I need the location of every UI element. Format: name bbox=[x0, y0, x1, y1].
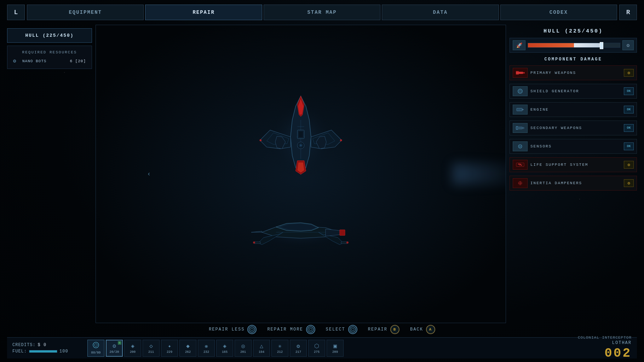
slot-8-icon: ◎ bbox=[241, 343, 245, 350]
left-panel: HULL (225/450) REQUIRED RESOURCES ⚙ NANO… bbox=[7, 25, 92, 323]
repair-label: REPAIR bbox=[368, 327, 387, 332]
ship-name: LOTHAR bbox=[612, 340, 632, 345]
tab-equipment[interactable]: EQUIPMENT bbox=[27, 5, 144, 20]
component-inertia-dampeners[interactable]: INERTIA DAMPENERS ⚙ bbox=[510, 176, 637, 191]
ship-class: COLONIAL INTERCEPTOR bbox=[578, 335, 632, 340]
svg-point-17 bbox=[346, 241, 349, 244]
hull-gear-button[interactable]: ⚙ bbox=[622, 40, 634, 50]
nav-btn-right[interactable]: R bbox=[619, 5, 637, 20]
slot-2-count: 200 bbox=[130, 350, 136, 354]
slot-1-count: 20/20 bbox=[109, 350, 119, 354]
slot-6-icon: ❋ bbox=[205, 343, 208, 350]
svg-point-15 bbox=[253, 241, 255, 244]
component-damage-title: COMPONENT DAMAGE bbox=[510, 57, 637, 62]
svg-rect-6 bbox=[298, 131, 303, 138]
control-repair-less: REPAIR LESS bbox=[209, 325, 257, 334]
back-btn[interactable]: A bbox=[426, 325, 435, 334]
inventory-slot-0[interactable]: 80/80 bbox=[87, 340, 104, 357]
inventory-slot-6[interactable]: ❋ 232 bbox=[198, 340, 215, 357]
hull-progress-orange bbox=[528, 43, 574, 47]
slot-0-icon bbox=[92, 341, 99, 350]
component-engine[interactable]: ENGINE OK bbox=[510, 102, 637, 117]
credits-line: CREDITS: $ 0 bbox=[12, 343, 83, 348]
inventory-slot-12[interactable]: ⬡ 275 bbox=[308, 340, 325, 357]
component-shield-generator[interactable]: SHIELD GENERATOR OK bbox=[510, 84, 637, 99]
svg-rect-19 bbox=[516, 72, 523, 74]
repair-more-btn[interactable] bbox=[306, 325, 315, 334]
slot-5-count: 262 bbox=[185, 350, 191, 354]
svg-point-40 bbox=[308, 327, 314, 332]
component-life-support[interactable]: LIFE SUPPORT SYSTEM ⚙ bbox=[510, 157, 637, 172]
slot-3-count: 211 bbox=[148, 350, 154, 354]
inventory-slot-5[interactable]: ◆ 262 bbox=[179, 340, 196, 357]
ship-svg-container bbox=[241, 93, 361, 255]
sensors-label: SENSORS bbox=[530, 144, 621, 148]
sidebar-arrow[interactable]: ‹ bbox=[145, 169, 153, 179]
inventory-slot-11[interactable]: ❂ 217 bbox=[290, 340, 307, 357]
inventory-slot-9[interactable]: △ 194 bbox=[253, 340, 270, 357]
svg-point-42 bbox=[350, 327, 356, 332]
svg-point-43 bbox=[351, 328, 354, 331]
nano-bots-item: ⚙ NANO BOTS 6 [20] bbox=[13, 58, 86, 64]
svg-point-45 bbox=[94, 344, 97, 346]
tab-codex[interactable]: CODEX bbox=[500, 5, 617, 20]
inventory-slots: 80/80 6 ⚙ 20/20 ◈ 200 ◇ 211 ✦ 229 ◆ bbox=[87, 340, 574, 357]
credits-value: $ 0 bbox=[38, 343, 47, 348]
svg-point-9 bbox=[300, 144, 302, 146]
inventory-slot-2[interactable]: ◈ 200 bbox=[124, 340, 141, 357]
engine-label: ENGINE bbox=[530, 107, 621, 112]
inventory-slot-10[interactable]: ✳ 212 bbox=[271, 340, 288, 357]
repair-btn[interactable]: B bbox=[390, 325, 399, 334]
select-btn[interactable] bbox=[348, 325, 357, 334]
repair-less-btn[interactable] bbox=[247, 325, 257, 334]
fuel-line: FUEL: 100 bbox=[12, 349, 83, 354]
svg-point-10 bbox=[259, 139, 261, 141]
top-navigation: L EQUIPMENT REPAIR STAR MAP DATA CODEX R bbox=[7, 4, 637, 21]
slot-9-count: 194 bbox=[259, 350, 264, 354]
svg-rect-30 bbox=[516, 126, 518, 127]
component-primary-weapons[interactable]: PRIMARY WEAPONS ⚙ bbox=[510, 65, 637, 80]
fuel-value: 100 bbox=[59, 349, 68, 354]
ship-side-view bbox=[241, 213, 361, 255]
tab-repair[interactable]: REPAIR bbox=[145, 5, 262, 20]
tab-star-map[interactable]: STAR MAP bbox=[264, 5, 380, 20]
control-repair: REPAIR B bbox=[368, 325, 399, 334]
slot-10-count: 212 bbox=[277, 350, 283, 354]
inventory-slot-3[interactable]: ◇ 211 bbox=[143, 340, 160, 357]
engine-status: OK bbox=[624, 106, 634, 113]
tab-data[interactable]: DATA bbox=[382, 5, 499, 20]
secondary-weapons-label: SECONDARY WEAPONS bbox=[530, 126, 621, 130]
sensors-status: OK bbox=[624, 142, 634, 150]
inventory-slot-8[interactable]: ◎ 201 bbox=[235, 340, 252, 357]
slot-9-icon: △ bbox=[260, 343, 263, 350]
nano-bots-icon: ⚙ bbox=[13, 58, 19, 64]
nano-bots-label: NANO BOTS bbox=[22, 59, 46, 63]
component-secondary-weapons[interactable]: SECONDARY WEAPONS OK bbox=[510, 121, 637, 135]
inventory-slot-1[interactable]: 6 ⚙ 20/20 bbox=[106, 340, 123, 357]
hull-progress-track bbox=[528, 43, 620, 48]
hull-header: HULL (225/450) bbox=[510, 28, 637, 34]
slot-4-icon: ✦ bbox=[168, 343, 171, 350]
ship-view: ‹ bbox=[96, 25, 506, 323]
credits-fuel-panel: CREDITS: $ 0 FUEL: 100 bbox=[12, 343, 83, 354]
svg-point-38 bbox=[249, 327, 255, 332]
nav-btn-left[interactable]: L bbox=[7, 5, 25, 20]
engine-glow bbox=[453, 163, 506, 185]
svg-point-24 bbox=[519, 90, 521, 92]
inventory-slot-7[interactable]: ◈ 165 bbox=[216, 340, 233, 357]
component-sensors[interactable]: SENSORS OK bbox=[510, 139, 637, 154]
svg-rect-31 bbox=[516, 129, 518, 130]
hull-icon: 🚀 bbox=[513, 40, 525, 50]
fuel-fill bbox=[29, 350, 57, 352]
secondary-weapons-status: OK bbox=[624, 124, 634, 132]
bottom-controls: REPAIR LESS REPAIR MORE SELECT bbox=[7, 323, 637, 336]
svg-point-39 bbox=[251, 328, 253, 331]
status-bar: CREDITS: $ 0 FUEL: 100 80/8 bbox=[7, 337, 637, 358]
slot-6-count: 232 bbox=[203, 350, 209, 354]
repair-more-label: REPAIR MORE bbox=[267, 327, 303, 332]
shield-icon bbox=[513, 86, 528, 96]
hull-repair-bar: 🚀 ⚙ bbox=[510, 38, 637, 53]
inventory-slot-4[interactable]: ✦ 229 bbox=[161, 340, 178, 357]
svg-rect-22 bbox=[516, 74, 519, 75]
inventory-slot-13[interactable]: ▣ 209 bbox=[327, 340, 344, 357]
